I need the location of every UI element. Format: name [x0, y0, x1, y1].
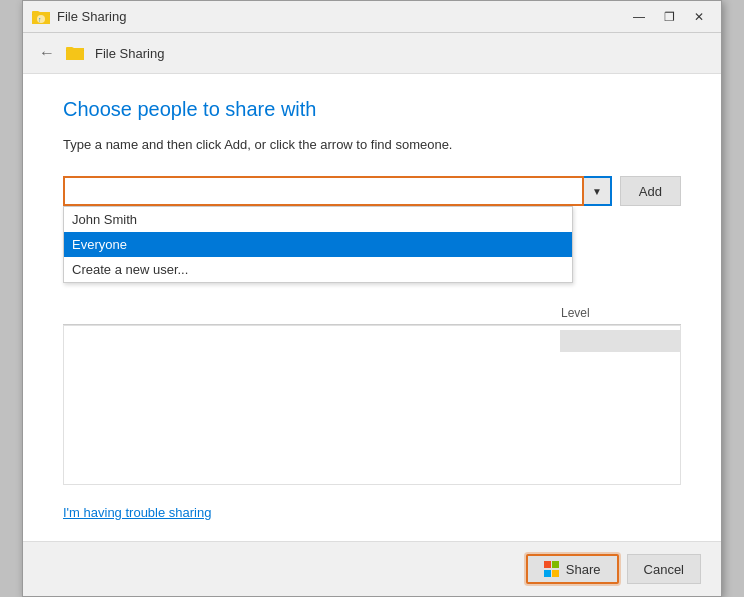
dropdown-list: John Smith Everyone Create a new user...: [63, 206, 573, 283]
name-column-header: [63, 306, 561, 320]
dropdown-outer: ▼ John Smith Everyone Create a new user.…: [63, 176, 612, 206]
title-bar-left: ↑ File Sharing: [31, 7, 126, 27]
header-bar: ← File Sharing: [23, 33, 721, 74]
title-bar-controls: — ❐ ✕: [625, 7, 713, 27]
folder-icon: ↑: [31, 7, 51, 27]
content-area: Choose people to share with Type a name …: [23, 74, 721, 541]
trouble-link[interactable]: I'm having trouble sharing: [63, 505, 211, 520]
page-title: Choose people to share with: [63, 98, 681, 121]
cancel-button[interactable]: Cancel: [627, 554, 701, 584]
description-text: Type a name and then click Add, or click…: [63, 137, 681, 152]
folder-icon-header: [65, 43, 85, 63]
back-button[interactable]: ←: [39, 44, 55, 62]
window-title: File Sharing: [57, 9, 126, 24]
share-button[interactable]: Share: [526, 554, 619, 584]
level-column-header: Level: [561, 306, 681, 320]
header-title: File Sharing: [95, 46, 164, 61]
dropdown-item-everyone[interactable]: Everyone: [64, 232, 572, 257]
level-placeholder: [560, 330, 680, 352]
share-button-label: Share: [566, 562, 601, 577]
table-header: Level: [63, 306, 681, 325]
footer: Share Cancel: [23, 541, 721, 596]
svg-text:↑: ↑: [38, 16, 42, 23]
file-sharing-window: ↑ File Sharing — ❐ ✕ ← File Sharing Choo…: [22, 0, 722, 597]
svg-rect-5: [66, 50, 84, 60]
dropdown-item-johnsmith[interactable]: John Smith: [64, 207, 572, 232]
table-body: [63, 325, 681, 485]
input-row: ▼ John Smith Everyone Create a new user.…: [63, 176, 681, 206]
title-bar: ↑ File Sharing — ❐ ✕: [23, 1, 721, 33]
minimize-button[interactable]: —: [625, 7, 653, 27]
maximize-button[interactable]: ❐: [655, 7, 683, 27]
close-button[interactable]: ✕: [685, 7, 713, 27]
add-button[interactable]: Add: [620, 176, 681, 206]
name-input[interactable]: [63, 176, 584, 206]
dropdown-item-createnewuser[interactable]: Create a new user...: [64, 257, 572, 282]
windows-logo-icon: [544, 561, 560, 577]
dropdown-arrow-button[interactable]: ▼: [584, 176, 612, 206]
